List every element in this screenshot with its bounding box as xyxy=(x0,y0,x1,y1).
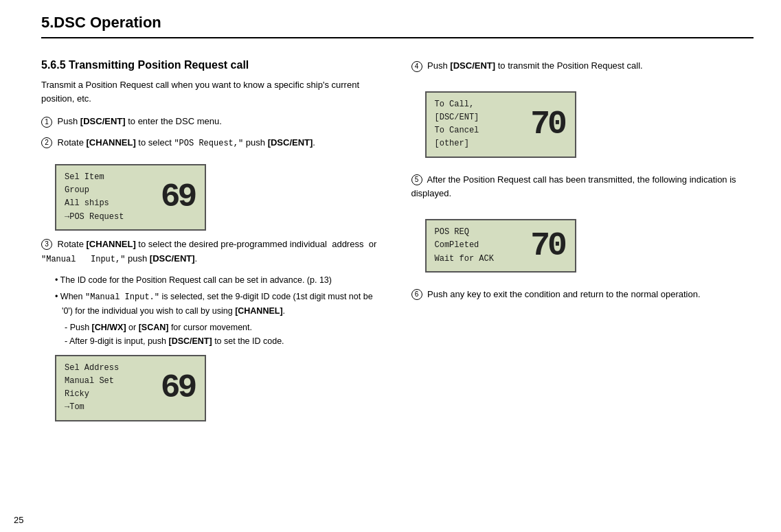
lcd2-line2: [DSC/ENT] xyxy=(435,111,522,124)
lcd3-line1: Sel Address xyxy=(65,362,152,375)
lcd4-line4: Wait for ACK xyxy=(435,253,522,266)
step-5: 5 After the Position Request call has be… xyxy=(411,173,754,202)
step-6-circle: 6 xyxy=(411,289,422,300)
lcd2-line3: To Cancel xyxy=(435,124,522,137)
sub-bullet-1: - Push [CH/WX] or [SCAN] for cursor move… xyxy=(65,321,384,334)
step-5-circle: 5 xyxy=(411,174,422,185)
lcd-display-3: Sel Address Manual Set Ricky →Tom 69 xyxy=(55,355,206,421)
bullet-2: • When "Manual Input." is selected, set … xyxy=(55,290,384,318)
lcd3-line3: Ricky xyxy=(65,388,152,401)
page-number: 25 xyxy=(14,515,23,525)
step-3-manual: "Manual Input," xyxy=(41,255,125,264)
lcd3-line4: →Tom xyxy=(65,401,152,414)
step-3-bullets: • The ID code for the Position Request c… xyxy=(55,273,384,348)
step-2-circle: 2 xyxy=(41,137,52,148)
lcd3-text: Sel Address Manual Set Ricky →Tom xyxy=(65,362,152,415)
step-3: 3 Rotate [CHANNEL] to select the desired… xyxy=(41,238,384,266)
bullet-2-manual: "Manual Input." xyxy=(85,292,159,302)
left-column: 5.6.5 Transmitting Position Request call… xyxy=(41,59,384,428)
sub-bullet-2: - After 9-digit is input, push [DSC/ENT]… xyxy=(65,334,384,348)
lcd-display-4: POS REQ ComPleted Wait for ACK 70 xyxy=(425,219,576,273)
lcd2-line1: To Call, xyxy=(435,98,522,111)
step-4: 4 Push [DSC/ENT] to transmit the Positio… xyxy=(411,59,754,73)
bullet-1: • The ID code for the Position Request c… xyxy=(55,273,384,287)
lcd4-number: 70 xyxy=(529,229,567,262)
step-3-key1: [CHANNEL] xyxy=(87,239,136,249)
sub1-key2: [SCAN] xyxy=(139,323,169,332)
lcd3-line2: Manual Set xyxy=(65,375,152,388)
step-1: 1 Push [DSC/ENT] to enter the DSC menu. xyxy=(41,115,384,129)
step-3-key2: [DSC/ENT] xyxy=(150,253,195,264)
lcd2-text: To Call, [DSC/ENT] To Cancel [other] xyxy=(435,98,522,151)
lcd-display-2: To Call, [DSC/ENT] To Cancel [other] 70 xyxy=(425,91,576,158)
step-4-circle: 4 xyxy=(411,61,422,72)
lcd4-line2: ComPleted xyxy=(435,239,522,252)
step-2-key1: [CHANNEL] xyxy=(87,137,136,148)
step-2-key2: [DSC/ENT] xyxy=(268,137,313,148)
lcd1-line4: →POS Request xyxy=(65,211,152,224)
sub1-key1: [CH/WX] xyxy=(92,323,126,332)
step-1-circle: 1 xyxy=(41,117,52,128)
lcd1-line3: All ships xyxy=(65,197,152,210)
lcd3-number: 69 xyxy=(159,371,196,404)
right-column: 4 Push [DSC/ENT] to transmit the Positio… xyxy=(411,59,754,428)
sub2-key1: [DSC/ENT] xyxy=(168,336,212,346)
bullet-2-channel: [CHANNEL] xyxy=(235,306,282,316)
two-column-layout: 5.6.5 Transmitting Position Request call… xyxy=(41,59,754,428)
lcd2-line4: [other] xyxy=(435,137,522,150)
step-2-display-text: "POS Request," xyxy=(174,139,243,148)
section-title: 5.6.5 Transmitting Position Request call xyxy=(41,59,384,71)
lcd1-line1: Sel Item xyxy=(65,171,152,184)
lcd4-line1: POS REQ xyxy=(435,226,522,239)
page-container: 5.DSC Operation 5.6.5 Transmitting Posit… xyxy=(0,0,781,456)
lcd4-text: POS REQ ComPleted Wait for ACK xyxy=(435,226,522,266)
lcd1-number: 69 xyxy=(159,181,196,213)
step-6: 6 Push any key to exit the condition and… xyxy=(411,288,754,302)
step-1-key1: [DSC/ENT] xyxy=(80,116,126,126)
lcd1-line2: Group xyxy=(65,184,152,197)
step-4-key1: [DSC/ENT] xyxy=(450,60,495,71)
step-2: 2 Rotate [CHANNEL] to select "POS Reques… xyxy=(41,136,384,150)
lcd1-text: Sel Item Group All ships →POS Request xyxy=(65,171,152,224)
lcd2-number: 70 xyxy=(529,108,567,141)
page-title: 5.DSC Operation xyxy=(41,14,754,38)
step-3-circle: 3 xyxy=(41,239,52,250)
lcd-display-1: Sel Item Group All ships →POS Request 69 xyxy=(55,164,206,231)
section-intro: Transmit a Position Request call when yo… xyxy=(41,78,384,105)
